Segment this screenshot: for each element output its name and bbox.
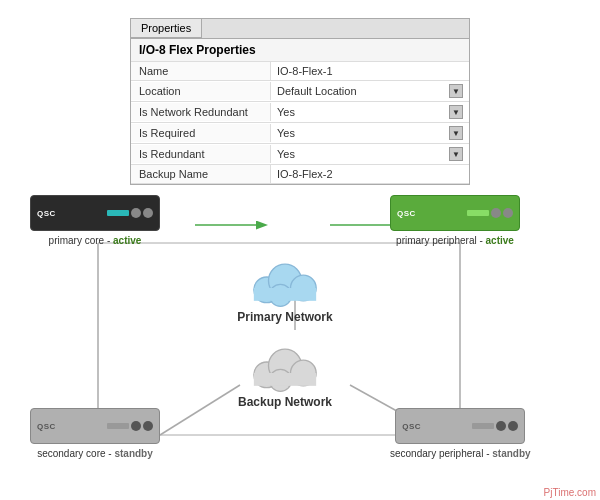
ctrl-bar-secondary-p <box>472 423 494 429</box>
secondary-peripheral-device: QSC secondary peripheral - standby <box>390 408 531 459</box>
secondary-core-controls <box>107 421 153 431</box>
qsc-logo-secondary-core: QSC <box>37 422 56 431</box>
prop-value-text-0: IO-8-Flex-1 <box>277 65 333 77</box>
primary-cloud-shape <box>235 255 335 310</box>
prop-value-0: IO-8-Flex-1 <box>271 62 469 80</box>
backup-cloud-shape <box>235 340 335 395</box>
ctrl-btn-6 <box>143 421 153 431</box>
primary-core-box: QSC <box>30 195 160 231</box>
qsc-logo-secondary-peripheral: QSC <box>402 422 421 431</box>
properties-rows: NameIO-8-Flex-1LocationDefault Location▼… <box>131 62 469 184</box>
secondary-core-box: QSC <box>30 408 160 444</box>
ctrl-bar-green <box>467 210 489 216</box>
primary-core-device: QSC primary core - active <box>30 195 160 246</box>
backup-cloud-svg <box>235 340 335 395</box>
ctrl-btn-8 <box>508 421 518 431</box>
secondary-peripheral-box: QSC <box>395 408 525 444</box>
primary-core-label: primary core - active <box>49 235 142 246</box>
prop-value-text-3: Yes <box>277 127 295 139</box>
properties-tab[interactable]: Properties <box>131 19 202 38</box>
ctrl-btn-4 <box>503 208 513 218</box>
primary-peripheral-device: QSC primary peripheral - active <box>390 195 520 246</box>
prop-label-1: Location <box>131 82 271 100</box>
prop-value-2: Yes▼ <box>271 102 469 122</box>
svg-rect-18 <box>254 373 316 386</box>
prop-row-0: NameIO-8-Flex-1 <box>131 62 469 81</box>
properties-panel: Properties I/O-8 Flex Properties NameIO-… <box>130 18 470 185</box>
prop-dropdown-3[interactable]: ▼ <box>449 126 463 140</box>
prop-label-3: Is Required <box>131 124 271 142</box>
ctrl-btn-7 <box>496 421 506 431</box>
prop-dropdown-4[interactable]: ▼ <box>449 147 463 161</box>
prop-row-3: Is RequiredYes▼ <box>131 123 469 144</box>
secondary-core-device: QSC secondary core - standby <box>30 408 160 459</box>
svg-line-4 <box>160 385 240 435</box>
watermark: PjTime.com <box>544 487 596 498</box>
secondary-peripheral-label: secondary peripheral - standby <box>390 448 531 459</box>
primary-peripheral-box: QSC <box>390 195 520 231</box>
ctrl-btn-3 <box>491 208 501 218</box>
primary-peripheral-controls <box>467 208 513 218</box>
primary-core-controls <box>107 208 153 218</box>
primary-network-cloud: Primary Network <box>235 255 335 324</box>
prop-value-text-4: Yes <box>277 148 295 160</box>
ctrl-btn-5 <box>131 421 141 431</box>
panel-title: I/O-8 Flex Properties <box>131 39 469 62</box>
prop-label-2: Is Network Redundant <box>131 103 271 121</box>
primary-peripheral-label: primary peripheral - active <box>396 235 514 246</box>
prop-dropdown-2[interactable]: ▼ <box>449 105 463 119</box>
prop-dropdown-1[interactable]: ▼ <box>449 84 463 98</box>
network-diagram: QSC primary core - active QSC primary pe… <box>0 175 600 500</box>
prop-row-2: Is Network RedundantYes▼ <box>131 102 469 123</box>
ctrl-bar-teal <box>107 210 129 216</box>
qsc-logo-primary-peripheral: QSC <box>397 209 416 218</box>
primary-network-label: Primary Network <box>237 310 332 324</box>
ctrl-btn-2 <box>143 208 153 218</box>
prop-value-text-1: Default Location <box>277 85 357 97</box>
prop-row-1: LocationDefault Location▼ <box>131 81 469 102</box>
backup-network-label: Backup Network <box>238 395 332 409</box>
secondary-core-label: secondary core - standby <box>37 448 153 459</box>
secondary-peripheral-controls <box>472 421 518 431</box>
svg-rect-13 <box>254 288 316 301</box>
ctrl-btn-1 <box>131 208 141 218</box>
prop-row-4: Is RedundantYes▼ <box>131 144 469 165</box>
prop-label-4: Is Redundant <box>131 145 271 163</box>
ctrl-bar-secondary <box>107 423 129 429</box>
qsc-logo-primary-core: QSC <box>37 209 56 218</box>
backup-network-cloud: Backup Network <box>235 340 335 409</box>
prop-value-3: Yes▼ <box>271 123 469 143</box>
prop-value-4: Yes▼ <box>271 144 469 164</box>
primary-cloud-svg <box>235 255 335 310</box>
prop-value-1: Default Location▼ <box>271 81 469 101</box>
prop-value-text-2: Yes <box>277 106 295 118</box>
prop-label-0: Name <box>131 62 271 80</box>
